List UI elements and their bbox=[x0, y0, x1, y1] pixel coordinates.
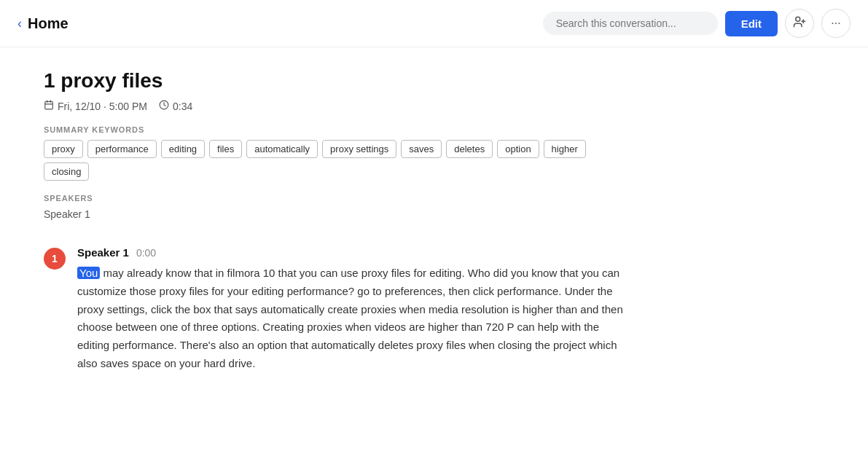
more-icon: ··· bbox=[831, 17, 840, 30]
clock-icon bbox=[159, 100, 169, 112]
transcript-entry: 1Speaker 10:00You may already know that … bbox=[44, 246, 627, 373]
transcript-header: Speaker 10:00 bbox=[77, 246, 627, 259]
add-person-button[interactable] bbox=[785, 9, 814, 38]
keyword-tag: proxy bbox=[44, 140, 83, 158]
keyword-tag: editing bbox=[161, 140, 205, 158]
transcript-speaker-name: Speaker 1 bbox=[77, 246, 129, 259]
more-options-button[interactable]: ··· bbox=[821, 9, 851, 38]
svg-rect-3 bbox=[45, 101, 53, 109]
meta-row: Fri, 12/10 · 5:00 PM 0:34 bbox=[44, 100, 627, 112]
speakers-section: SPEAKERS Speaker 1 bbox=[44, 194, 627, 220]
header-left: ‹ Home bbox=[17, 15, 69, 32]
main-content: 1 proxy files Fri, 12/10 · 5:00 PM 0:34 bbox=[0, 47, 656, 402]
speaker-badge: 1 bbox=[44, 248, 66, 270]
keyword-tag: performance bbox=[87, 140, 157, 158]
transcript-text: You may already know that in filmora 10 … bbox=[77, 264, 627, 373]
duration-text: 0:34 bbox=[173, 101, 192, 112]
edit-button[interactable]: Edit bbox=[725, 11, 778, 36]
transcript: 1Speaker 10:00You may already know that … bbox=[44, 246, 627, 373]
highlight-word: You bbox=[77, 267, 100, 279]
transcript-content: Speaker 10:00You may already know that i… bbox=[77, 246, 627, 373]
search-input[interactable] bbox=[543, 12, 718, 35]
header-right: Edit ··· bbox=[543, 9, 851, 38]
speaker-item: Speaker 1 bbox=[44, 208, 627, 220]
conversation-title: 1 proxy files bbox=[44, 69, 627, 93]
keyword-tag: deletes bbox=[446, 140, 493, 158]
keyword-tag: automatically bbox=[246, 140, 318, 158]
svg-point-0 bbox=[796, 17, 800, 21]
keyword-tag: option bbox=[497, 140, 539, 158]
header: ‹ Home Edit ··· bbox=[0, 0, 868, 47]
back-button[interactable]: ‹ bbox=[17, 16, 22, 31]
speaker-name: Speaker 1 bbox=[44, 208, 627, 220]
home-title: Home bbox=[28, 15, 69, 32]
keyword-tag: files bbox=[209, 140, 242, 158]
keyword-tag: proxy settings bbox=[322, 140, 396, 158]
speakers-label: SPEAKERS bbox=[44, 194, 627, 203]
summary-keywords-section: SUMMARY KEYWORDS proxyperformanceediting… bbox=[44, 125, 627, 181]
date-text: Fri, 12/10 · 5:00 PM bbox=[58, 101, 147, 112]
calendar-icon bbox=[44, 100, 54, 112]
keywords-row: proxyperformanceeditingfilesautomaticall… bbox=[44, 140, 627, 181]
keyword-tag: closing bbox=[44, 162, 89, 181]
keyword-tag: higher bbox=[544, 140, 586, 158]
transcript-timestamp: 0:00 bbox=[136, 247, 156, 259]
summary-keywords-label: SUMMARY KEYWORDS bbox=[44, 125, 627, 134]
duration-meta: 0:34 bbox=[159, 100, 192, 112]
add-person-icon bbox=[793, 15, 806, 31]
keyword-tag: saves bbox=[401, 140, 442, 158]
date-meta: Fri, 12/10 · 5:00 PM bbox=[44, 100, 147, 112]
